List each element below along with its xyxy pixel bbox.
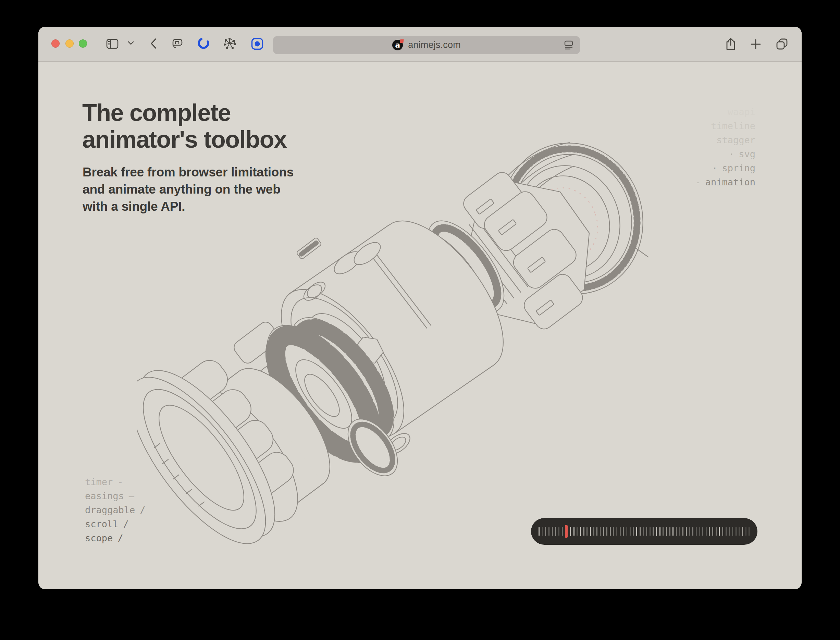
minimize-button[interactable] [66, 39, 74, 48]
tick [702, 527, 703, 536]
new-tab-icon[interactable] [750, 39, 761, 50]
site-favicon-icon: a [392, 40, 403, 50]
toolbar-divider [124, 38, 124, 50]
tick [742, 527, 743, 536]
progress-arc-icon[interactable] [198, 37, 210, 49]
feature-label-animation: -animation [695, 175, 755, 189]
tick [539, 527, 539, 536]
tick [555, 527, 556, 536]
tick [732, 527, 733, 536]
tick [676, 527, 677, 536]
tick [597, 527, 597, 536]
tick [692, 527, 693, 536]
tick [633, 527, 634, 536]
tick [672, 527, 674, 536]
tick [706, 527, 707, 536]
tick [558, 527, 560, 536]
tick [587, 527, 587, 536]
feature-label-easings: easings— [85, 489, 146, 503]
tick [722, 527, 723, 536]
feature-label-svg: ·svg [695, 147, 755, 161]
tick [616, 527, 617, 536]
tick [729, 527, 730, 536]
tick [659, 527, 661, 536]
tick [653, 527, 654, 536]
record-dot-icon[interactable] [251, 38, 264, 50]
tick [709, 527, 710, 536]
browser-window: a animejs.com [38, 27, 802, 589]
feature-label-timeline: timeline [695, 119, 755, 133]
tick [726, 527, 726, 536]
tick [630, 527, 631, 536]
tick [739, 527, 740, 536]
url-text: animejs.com [408, 40, 461, 50]
tick [669, 527, 670, 536]
tick [666, 527, 667, 536]
tick [640, 527, 641, 536]
tick [603, 527, 604, 536]
feature-label-waapi: waapi [695, 105, 755, 119]
tick [719, 527, 720, 536]
feature-label-spring: ·spring [695, 161, 755, 175]
feature-label-stagger: stagger [695, 133, 755, 147]
playhead-tick[interactable] [565, 525, 568, 538]
tick [545, 527, 546, 536]
tick [636, 527, 637, 536]
tick [552, 527, 553, 536]
tick [542, 527, 543, 536]
share-icon[interactable] [725, 38, 736, 51]
chevron-down-icon[interactable] [128, 41, 134, 45]
tick [590, 527, 591, 536]
tick [626, 527, 627, 536]
tick [712, 527, 713, 536]
tick [699, 527, 700, 536]
tick [749, 527, 750, 536]
tick [696, 527, 697, 536]
tick [623, 527, 624, 536]
close-button[interactable] [51, 39, 59, 48]
screen: { "colors":{ "window_bg":"#dad7d0","tool… [0, 0, 840, 640]
tick [610, 527, 611, 536]
tick [594, 527, 594, 536]
tick [606, 527, 607, 536]
tick [620, 527, 621, 536]
tick [656, 527, 657, 536]
tick [600, 527, 601, 536]
feature-label-draggable: draggable/ [85, 503, 146, 517]
reader-view-icon[interactable] [563, 40, 574, 52]
tick [650, 527, 651, 536]
tick [573, 527, 574, 536]
tick [736, 527, 736, 536]
url-bar[interactable]: a animejs.com [273, 36, 580, 54]
feature-label-timer: timer- [85, 475, 146, 489]
tick [576, 527, 578, 536]
browser-toolbar: a animejs.com [38, 27, 802, 62]
zoom-button[interactable] [79, 39, 87, 48]
tick [679, 527, 680, 536]
tab-overview-icon[interactable] [776, 38, 789, 51]
feature-labels-right: waapitimelinestagger·svg·spring-animatio… [695, 105, 755, 189]
mastodon-icon[interactable] [171, 38, 184, 50]
timeline-scrubber[interactable] [531, 518, 757, 545]
graph-icon[interactable] [224, 38, 236, 50]
tick [580, 527, 581, 536]
tick [549, 527, 549, 536]
tick [662, 527, 664, 536]
feature-labels-left: timer-easings—draggable/scroll/scope/ [85, 475, 146, 545]
tick [682, 527, 683, 536]
tick [689, 527, 690, 536]
tick [643, 527, 644, 536]
tick [613, 527, 614, 536]
feature-label-scroll: scroll/ [85, 517, 146, 531]
tick [583, 527, 584, 536]
tick [562, 527, 563, 536]
tick [570, 527, 571, 536]
tick [746, 527, 747, 536]
back-icon[interactable] [150, 38, 157, 49]
tick [716, 527, 717, 536]
tick [686, 527, 687, 536]
tick [646, 527, 647, 536]
sidebar-icon[interactable] [106, 39, 118, 49]
feature-label-scope: scope/ [85, 531, 146, 545]
